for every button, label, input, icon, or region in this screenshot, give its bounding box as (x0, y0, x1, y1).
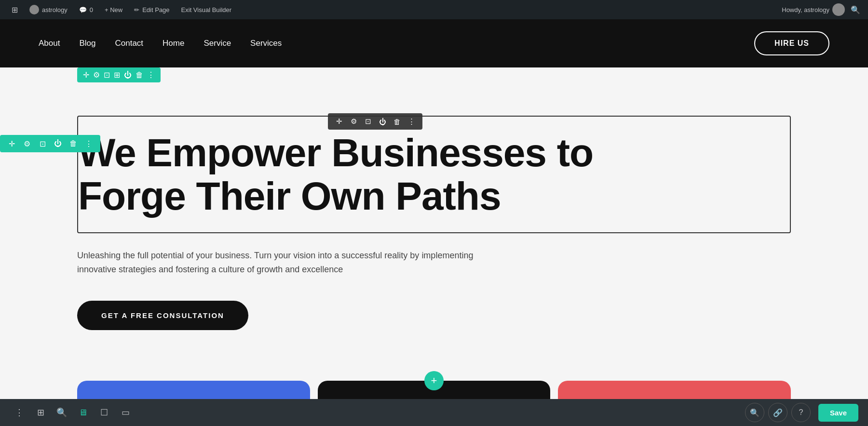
search-icon[interactable]: 🔍 (849, 3, 862, 16)
howdy-user: Howdy, astrology (782, 3, 845, 16)
comments-link[interactable]: 💬 0 (73, 0, 99, 19)
edit-page-label: Edit Page (142, 6, 169, 13)
row-add-icon[interactable]: ✛ (83, 70, 89, 80)
bottom-toolbar: ⋮ ⊞ 🔍 🖥 ☐ ▭ 🔍 🔗 ? Save (0, 399, 868, 426)
new-button[interactable]: + New (99, 0, 128, 19)
comments-count: 0 (90, 6, 93, 13)
section-delete-icon[interactable]: 🗑 (68, 138, 79, 149)
section-more-icon[interactable]: ⋮ (83, 138, 95, 149)
site-title[interactable]: astrology (24, 0, 73, 19)
save-button[interactable]: Save (818, 404, 858, 422)
module-toolbar: ✛ ⚙ ⊡ ⏻ 🗑 ⋮ (328, 113, 422, 130)
bottom-desktop-icon[interactable]: 🖥 (73, 403, 93, 422)
bottom-grid-icon[interactable]: ⊞ (31, 403, 50, 422)
hero-heading-line2: Forge Their Own Paths (78, 174, 501, 218)
row-delete-icon[interactable]: 🗑 (136, 71, 143, 80)
nav-bar: About Blog Contact Home Service Services… (0, 19, 868, 67)
section-duplicate-icon[interactable]: ⊡ (37, 138, 48, 149)
section-settings-icon[interactable]: ⚙ (21, 138, 33, 149)
new-label: + New (105, 6, 122, 13)
site-icon (29, 5, 39, 14)
bottom-more-icon[interactable]: ⋮ (10, 403, 29, 422)
nav-blog[interactable]: Blog (79, 39, 95, 48)
nav-services[interactable]: Services (250, 39, 282, 48)
cta-button[interactable]: GET A FREE CONSULTATION (77, 301, 248, 330)
pencil-icon: ✏ (134, 6, 139, 13)
nav-home[interactable]: Home (163, 39, 184, 48)
row-settings-icon[interactable]: ⚙ (93, 70, 100, 80)
wp-icon: ⊞ (12, 5, 18, 14)
hero-heading-line1: We Empower Businesses to (78, 131, 593, 174)
bottom-toolbar-left: ⋮ ⊞ 🔍 🖥 ☐ ▭ (10, 403, 135, 422)
hire-us-button[interactable]: HIRE US (754, 31, 829, 55)
row-toolbar: ✛ ⚙ ⊡ ⊞ ⏻ 🗑 ⋮ (77, 67, 161, 82)
bottom-toolbar-right: 🔍 🔗 ? Save (745, 403, 858, 422)
section-disable-icon[interactable]: ⏻ (52, 138, 64, 149)
site-name-label: astrology (42, 6, 68, 13)
module-add-icon[interactable]: ✛ (334, 116, 344, 127)
bottom-tablet-icon[interactable]: ☐ (95, 403, 114, 422)
bottom-search-right-icon[interactable]: 🔍 (745, 403, 764, 422)
module-settings-icon[interactable]: ⚙ (348, 116, 359, 127)
main-content: ✛ ⚙ ⊡ ⊞ ⏻ 🗑 ⋮ ✛ ⚙ ⊡ ⏻ 🗑 ⋮ We Empower Bus… (0, 67, 868, 381)
bottom-help-icon[interactable]: ? (791, 403, 811, 422)
row-grid-icon[interactable]: ⊞ (114, 70, 120, 80)
hero-heading: We Empower Businesses to Forge Their Own… (78, 131, 775, 218)
module-duplicate-icon[interactable]: ⊡ (363, 116, 373, 127)
bottom-history-icon[interactable]: 🔗 (768, 403, 787, 422)
hero-subtext: Unleashing the full potential of your bu… (77, 249, 511, 277)
add-section-button[interactable]: + (424, 371, 444, 390)
bottom-search-icon[interactable]: 🔍 (52, 403, 71, 422)
admin-bar: ⊞ astrology 💬 0 + New ✏ Edit Page Exit V… (0, 0, 868, 19)
comment-icon: 💬 (79, 6, 87, 13)
row-duplicate-icon[interactable]: ⊡ (104, 70, 110, 80)
nav-contact[interactable]: Contact (115, 39, 143, 48)
hero-text-box: We Empower Businesses to Forge Their Own… (77, 116, 791, 233)
nav-links: About Blog Contact Home Service Services (39, 39, 282, 48)
edit-page-button[interactable]: ✏ Edit Page (128, 0, 175, 19)
nav-about[interactable]: About (39, 39, 60, 48)
avatar (832, 3, 845, 16)
row-more-icon[interactable]: ⋮ (147, 70, 155, 80)
row-disable-icon[interactable]: ⏻ (124, 71, 132, 80)
module-disable-icon[interactable]: ⏻ (377, 116, 388, 127)
module-delete-icon[interactable]: 🗑 (392, 116, 402, 127)
section-add-icon[interactable]: ✛ (6, 138, 17, 149)
wp-logo[interactable]: ⊞ (6, 0, 24, 19)
module-more-icon[interactable]: ⋮ (406, 116, 417, 127)
exit-builder-label: Exit Visual Builder (181, 6, 232, 13)
section-toolbar: ✛ ⚙ ⊡ ⏻ 🗑 ⋮ (0, 135, 100, 152)
nav-service[interactable]: Service (203, 39, 231, 48)
exit-visual-builder-button[interactable]: Exit Visual Builder (176, 0, 238, 19)
bottom-mobile-icon[interactable]: ▭ (116, 403, 135, 422)
howdy-label: Howdy, astrology (782, 6, 829, 13)
